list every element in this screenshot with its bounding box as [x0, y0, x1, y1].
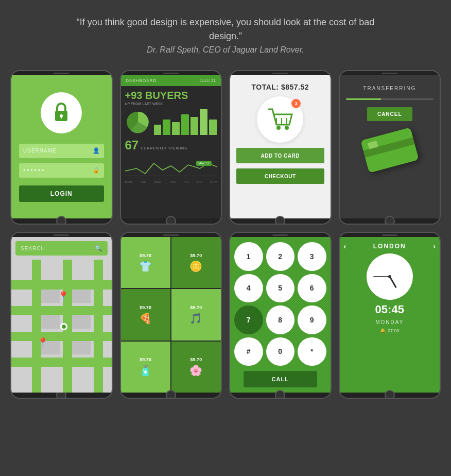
dial-8[interactable]: 8	[266, 305, 295, 334]
home-button-1[interactable]	[56, 216, 66, 225]
phone-bottom-bar-2	[121, 218, 221, 224]
cart-content: TOTAL: $857.52 3 ADD TO CARD CHECKOUT	[230, 75, 331, 218]
shop-item-3[interactable]: $9.70 🍕	[121, 289, 170, 340]
dial-0[interactable]: 0	[266, 337, 295, 366]
day-sun: SUN	[210, 180, 217, 183]
buyers-number: +93 BUYERS	[125, 90, 188, 100]
shop-item-2[interactable]: $9.70 🪙	[171, 237, 221, 288]
buyers-sub: UP FROM LAST WEEK	[125, 101, 188, 106]
search-placeholder: SEARCH	[21, 246, 92, 251]
phone-bottom-bar-4	[340, 218, 440, 224]
home-button-8[interactable]	[385, 390, 395, 399]
dial-6[interactable]: 6	[298, 274, 326, 303]
days-row: MON TUE WEN THU FRI SAT SUN	[125, 179, 217, 184]
phone-login: USERNAME 👤 •••••• 🔒 LOGIN	[10, 70, 113, 225]
dial-hash[interactable]: #	[234, 337, 263, 366]
transfer-content: TRANSFERRING CANCEL	[340, 75, 440, 218]
cancel-button[interactable]: CANCEL	[367, 107, 412, 121]
home-button-4[interactable]	[385, 216, 395, 225]
shop-item-6[interactable]: $9.70 🌸	[171, 342, 221, 393]
map-block-3	[41, 315, 60, 329]
map-block-4	[72, 315, 91, 329]
shop-grid: $9.70 👕 $9.70 🪙 $9.70 🍕 $9.70 🎵 $9.70	[121, 237, 221, 393]
phone-top-bar-7	[230, 233, 331, 237]
phone-map: SEARCH 🔍	[10, 232, 113, 399]
login-screen: USERNAME 👤 •••••• 🔒 LOGIN	[11, 75, 112, 218]
pizza-icon: 🍕	[139, 312, 152, 325]
map-road-v3	[94, 260, 103, 393]
username-field[interactable]: USERNAME 👤	[19, 144, 104, 158]
clock-screen: ‹ LONDON › 05:45 MONDAY 🔔 07:00	[340, 237, 440, 393]
dial-1[interactable]: 1	[234, 242, 263, 271]
phone-bottom-bar-3	[230, 218, 331, 224]
phone-bottom-bar-8	[340, 393, 440, 398]
buyers-row: +93 BUYERS UP FROM LAST WEEK	[125, 90, 217, 106]
currently-label: CURRENTLY VIEWING	[141, 146, 187, 150]
shop-item-1[interactable]: $9.70 👕	[121, 237, 170, 288]
dial-9[interactable]: 9	[298, 305, 326, 334]
svg-rect-2	[61, 116, 62, 118]
dial-2[interactable]: 2	[266, 242, 295, 271]
phone-top-bar-1	[11, 71, 112, 75]
phone-clock: ‹ LONDON › 05:45 MONDAY 🔔 07:00	[339, 232, 441, 399]
cart-icon-container: 3	[257, 96, 303, 143]
add-to-card-button[interactable]: ADD TO CARD	[236, 148, 324, 163]
music-icon: 🎵	[189, 312, 202, 325]
clock-nav: ‹ LONDON ›	[344, 242, 436, 250]
dial-4[interactable]: 4	[234, 274, 263, 303]
shop-price-3: $9.70	[140, 305, 151, 310]
call-button[interactable]: CALL	[244, 371, 317, 387]
dashboard-label: DASHBOARD	[126, 78, 157, 83]
quote-author: Dr. Ralf Speth, CEO of Jaguar Land Rover…	[71, 45, 380, 55]
map-block-6	[72, 341, 91, 354]
sparkline: MAY, 11	[125, 156, 217, 176]
dial-star[interactable]: *	[298, 337, 326, 366]
clock-face	[367, 253, 413, 300]
login-button[interactable]: LOGIN	[19, 185, 104, 202]
phones-row-bottom: SEARCH 🔍	[10, 232, 441, 399]
dial-3[interactable]: 3	[298, 242, 326, 271]
map-screen: SEARCH 🔍	[11, 237, 112, 393]
checkout-button[interactable]: CHECKOUT	[236, 168, 324, 184]
user-icon: 👤	[93, 147, 100, 154]
home-button-6[interactable]	[166, 390, 176, 399]
alarm-icon: 🔔	[380, 328, 386, 333]
day-sat: SAT	[197, 180, 202, 183]
dashboard-date: JULY, 21	[200, 78, 216, 83]
phone-speaker-5	[54, 234, 69, 236]
buyers-info: +93 BUYERS UP FROM LAST WEEK	[125, 90, 188, 106]
dial-7[interactable]: 7	[234, 305, 263, 334]
sparkline-date: MAY, 11	[196, 161, 212, 166]
phone-top-bar-5	[11, 233, 112, 237]
shop-item-4[interactable]: $9.70 🎵	[171, 289, 221, 340]
dial-5[interactable]: 5	[266, 274, 295, 303]
clock-alarm: 🔔 07:00	[380, 328, 400, 333]
day-thu: THU	[169, 180, 176, 183]
next-city-button[interactable]: ›	[433, 242, 436, 250]
credit-card-visual	[360, 127, 419, 173]
dial-grid: 1 2 3 4 5 6 7 8 9 # 0 *	[234, 242, 326, 366]
phone-top-bar-4	[340, 71, 440, 75]
phone-cart: TOTAL: $857.52 3 ADD TO CARD CHECKOUT	[229, 70, 332, 225]
search-bar[interactable]: SEARCH 🔍	[15, 241, 108, 256]
phone-top-bar-8	[340, 233, 440, 237]
phone-bottom-bar-1	[11, 218, 112, 224]
svg-point-7	[276, 126, 281, 130]
shop-screen: $9.70 👕 $9.70 🪙 $9.70 🍕 $9.70 🎵 $9.70	[121, 237, 221, 393]
shop-item-5[interactable]: $9.70 🧴	[121, 342, 170, 393]
password-field[interactable]: •••••• 🔒	[19, 163, 104, 178]
home-button-2[interactable]	[166, 216, 176, 225]
prev-city-button[interactable]: ‹	[344, 242, 346, 250]
map-background: 📍 📍	[11, 260, 112, 393]
alarm-time: 07:00	[388, 328, 400, 333]
map-block-2	[72, 290, 91, 303]
home-button-3[interactable]	[275, 216, 285, 225]
cart-total: TOTAL: $857.52	[251, 83, 309, 91]
home-button-7[interactable]	[275, 390, 285, 399]
dashboard-body: +93 BUYERS UP FROM LAST WEEK	[121, 86, 221, 218]
clock-city: LONDON	[373, 243, 406, 250]
phone-speaker-4	[382, 73, 397, 74]
clock-content: ‹ LONDON › 05:45 MONDAY 🔔 07:00	[340, 237, 440, 393]
phone-top-bar-6	[121, 233, 221, 237]
map-pin-1: 📍	[58, 291, 69, 302]
